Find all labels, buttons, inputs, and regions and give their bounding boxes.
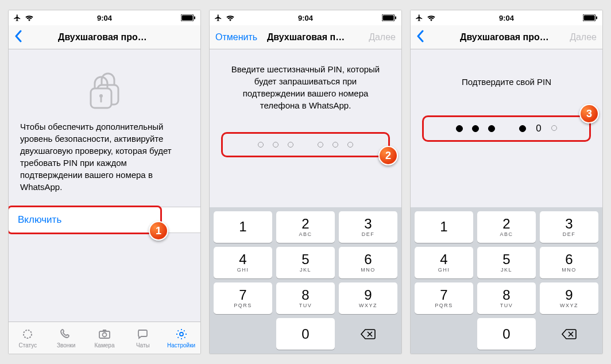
pin-dot: [258, 142, 264, 148]
pin-dot: [347, 142, 353, 148]
tab-chats[interactable]: Чаты: [123, 322, 162, 354]
pin-dot: [318, 142, 323, 148]
key-4[interactable]: 4GHI: [415, 247, 473, 278]
enable-button[interactable]: Включить 1: [9, 207, 200, 233]
tab-status[interactable]: Статус: [9, 322, 47, 354]
key-7[interactable]: 7PQRS: [415, 282, 473, 314]
pin-dot: [273, 142, 279, 148]
chat-icon: [136, 327, 150, 341]
description-text: Чтобы обеспечить дополнительный уровень …: [9, 121, 200, 207]
gear-icon: [175, 327, 188, 341]
step-badge-1: 1: [149, 221, 168, 241]
highlight-box-2: 2: [221, 132, 390, 157]
key-2[interactable]: 2ABC: [477, 211, 536, 243]
step-badge-2: 2: [378, 146, 398, 165]
pin-dot: [551, 125, 557, 131]
pin-dot: [332, 142, 338, 148]
description-text: Введите шестизначный PIN, который будет …: [210, 49, 401, 132]
phone-screen-2: 9:04 Отменить Двухшаговая п… Далее Введи…: [209, 10, 402, 354]
tab-label: Камера: [95, 342, 115, 348]
tab-bar: Статус Звонки Камера Чаты Настройки: [9, 322, 200, 354]
nav-title: Двухшаговая проверка: [458, 32, 555, 42]
status-bar: 9:04: [9, 10, 200, 25]
chevron-left-icon: [14, 30, 22, 45]
pin-dot: [488, 125, 495, 132]
key-8[interactable]: 8TUV: [276, 282, 335, 314]
key-6[interactable]: 6MNO: [540, 247, 598, 278]
tab-settings[interactable]: Настройки: [162, 322, 200, 354]
nav-title: Двухшаговая проверка: [56, 32, 153, 42]
back-button[interactable]: [14, 30, 56, 45]
key-1[interactable]: 1: [415, 211, 473, 243]
status-time: 9:04: [411, 14, 602, 22]
camera-icon: [98, 327, 111, 341]
lock-illustration: [9, 49, 200, 121]
status-time: 9:04: [9, 14, 200, 22]
pin-dot: [519, 125, 526, 132]
key-0[interactable]: 0: [477, 318, 536, 350]
backspace-icon: [360, 328, 376, 340]
key-8[interactable]: 8TUV: [477, 282, 536, 314]
key-6[interactable]: 6MNO: [339, 247, 397, 278]
phone-screen-1: 9:04 Двухшаговая проверка: [8, 10, 201, 354]
back-button[interactable]: [416, 30, 458, 45]
cancel-button[interactable]: Отменить: [215, 32, 257, 42]
key-7[interactable]: 7PQRS: [214, 282, 272, 314]
numeric-keypad: 1 2ABC 3DEF 4GHI 5JKL 6MNO 7PQRS 8TUV 9W…: [411, 207, 602, 354]
pin-dot: [456, 125, 463, 132]
key-3[interactable]: 3DEF: [339, 211, 397, 243]
tab-label: Звонки: [57, 342, 75, 348]
key-backspace[interactable]: [339, 318, 397, 350]
pin-entry[interactable]: 2: [221, 132, 390, 157]
chevron-left-icon: [416, 30, 424, 45]
key-0[interactable]: 0: [276, 318, 335, 350]
phone-screen-3: 9:04 Двухшаговая проверка Далее Подтверд…: [410, 10, 603, 354]
nav-title: Двухшаговая п…: [257, 32, 354, 42]
key-5[interactable]: 5JKL: [477, 247, 536, 278]
nav-bar: Двухшаговая проверка Далее: [411, 25, 602, 49]
highlight-box-3: 0 3: [422, 115, 591, 142]
svg-point-10: [180, 332, 183, 336]
pin-entry[interactable]: 0 3: [422, 115, 591, 142]
key-9[interactable]: 9WXYZ: [339, 282, 397, 314]
key-3[interactable]: 3DEF: [540, 211, 598, 243]
numeric-keypad: 1 2ABC 3DEF 4GHI 5JKL 6MNO 7PQRS 8TUV 9W…: [210, 207, 401, 354]
key-2[interactable]: 2ABC: [276, 211, 335, 243]
tab-label: Статус: [19, 342, 37, 348]
nav-bar: Отменить Двухшаговая п… Далее: [210, 25, 401, 49]
description-text: Подтвердите свой PIN: [411, 49, 602, 115]
backspace-icon: [561, 328, 577, 340]
status-bar: 9:04: [411, 10, 602, 25]
key-1[interactable]: 1: [214, 211, 272, 243]
pin-visible-digit: 0: [535, 125, 542, 132]
svg-point-9: [102, 333, 106, 337]
status-icon: [21, 327, 34, 341]
next-button[interactable]: Далее: [354, 32, 396, 42]
next-button[interactable]: Далее: [555, 32, 597, 42]
pin-dot: [472, 125, 479, 132]
phone-icon: [59, 327, 73, 341]
tab-label: Настройки: [167, 342, 195, 348]
status-time: 9:04: [210, 14, 401, 22]
key-5[interactable]: 5JKL: [276, 247, 335, 278]
step-badge-3: 3: [579, 104, 599, 123]
pin-dot: [288, 142, 293, 148]
key-9[interactable]: 9WXYZ: [540, 282, 598, 314]
svg-point-7: [24, 330, 32, 338]
key-4[interactable]: 4GHI: [214, 247, 272, 278]
key-blank: [214, 318, 272, 350]
tab-label: Чаты: [136, 342, 150, 348]
enable-label: Включить: [18, 214, 61, 225]
key-backspace[interactable]: [540, 318, 598, 350]
tab-calls[interactable]: Звонки: [47, 322, 86, 354]
nav-bar: Двухшаговая проверка: [9, 25, 200, 49]
tab-camera[interactable]: Камера: [86, 322, 124, 354]
key-blank: [415, 318, 473, 350]
status-bar: 9:04: [210, 10, 401, 25]
